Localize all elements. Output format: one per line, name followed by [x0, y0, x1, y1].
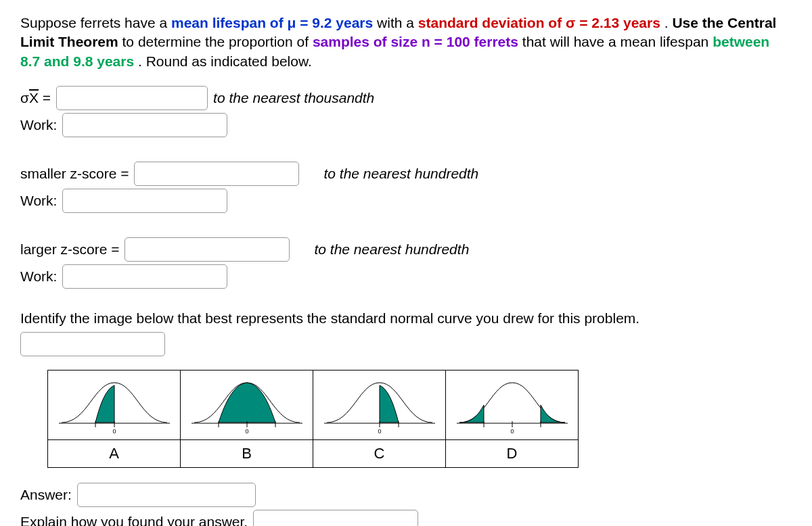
curve-A-svg: 0: [53, 375, 175, 435]
work-label-3: Work:: [20, 268, 57, 285]
work-input-2[interactable]: [62, 189, 227, 213]
q-seg-4: to determine the proportion of: [122, 34, 313, 49]
sigma-xbar-input[interactable]: [56, 86, 208, 110]
larger-z-row: larger z-score = to the nearest hundredt…: [20, 237, 792, 262]
curve-D-cell: 0: [446, 370, 579, 440]
work-label-2: Work:: [20, 193, 57, 209]
hint-hundredth-1: to the nearest hundredth: [323, 166, 478, 182]
q-mean: mean lifespan of μ = 9.2 years: [171, 15, 373, 30]
question-text: Suppose ferrets have a mean lifespan of …: [20, 14, 792, 71]
q-seg-2: with a: [377, 15, 418, 30]
sigma-symbol: σ: [20, 90, 29, 105]
equals-1: =: [39, 90, 51, 105]
curve-A-cell: 0: [48, 370, 181, 440]
hint-thousandth: to the nearest thousandth: [213, 90, 374, 106]
sigma-xbar-row: σX = to the nearest thousandth: [20, 86, 792, 110]
work-label-1: Work:: [20, 117, 57, 133]
larger-z-label: larger z-score =: [20, 241, 119, 258]
identify-text: Identify the image below that best repre…: [20, 310, 792, 327]
smaller-z-label: smaller z-score =: [20, 166, 129, 182]
letter-C: C: [313, 440, 446, 468]
sigma-xbar-label: σX =: [20, 90, 51, 106]
work-row-3: Work:: [20, 264, 792, 289]
answer-input[interactable]: [77, 483, 256, 507]
work-input-3[interactable]: [62, 264, 227, 289]
curve-C-svg: 0: [319, 375, 441, 435]
work-input-1[interactable]: [62, 113, 227, 137]
identify-input[interactable]: [20, 332, 165, 356]
q-sample: samples of size n = 100 ferrets: [313, 34, 518, 49]
svg-text:0: 0: [245, 428, 248, 435]
q-seg-6: . Round as indicated below.: [138, 53, 312, 69]
work-row-2: Work:: [20, 189, 792, 213]
curve-C-cell: 0: [313, 370, 446, 440]
xbar-symbol: X: [29, 90, 39, 106]
smaller-z-row: smaller z-score = to the nearest hundred…: [20, 162, 792, 186]
letter-D: D: [446, 440, 579, 468]
q-seg-1: Suppose ferrets have a: [20, 15, 171, 30]
curve-B-svg: 0: [186, 375, 308, 435]
explain-row: Explain how you found your answer.: [20, 510, 792, 526]
letter-A: A: [48, 440, 181, 468]
explain-input[interactable]: [253, 510, 418, 526]
smaller-z-input[interactable]: [134, 162, 299, 186]
answer-row: Answer:: [20, 483, 792, 507]
q-seg-3: .: [664, 15, 673, 30]
curve-D-svg: 0: [451, 375, 573, 435]
curve-B-cell: 0: [181, 370, 313, 440]
svg-text:0: 0: [112, 428, 116, 435]
hint-hundredth-2: to the nearest hundredth: [314, 241, 469, 258]
answer-label: Answer:: [20, 487, 72, 503]
explain-label: Explain how you found your answer.: [20, 514, 248, 526]
letter-B: B: [181, 440, 313, 468]
q-seg-5: that will have a mean lifespan: [522, 34, 713, 49]
curves-table: 0 0 0: [47, 370, 579, 468]
svg-text:0: 0: [510, 428, 514, 435]
svg-text:0: 0: [378, 428, 381, 435]
xbar-letter: X: [29, 90, 39, 105]
work-row-1: Work:: [20, 113, 792, 137]
larger-z-input[interactable]: [125, 237, 290, 262]
q-stddev: standard deviation of σ = 2.13 years: [418, 15, 660, 30]
